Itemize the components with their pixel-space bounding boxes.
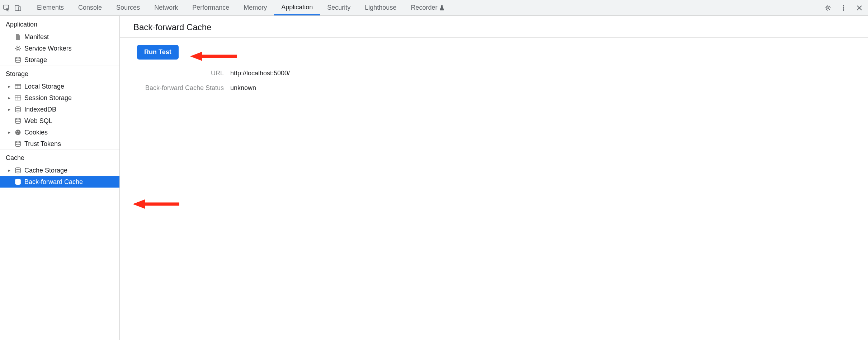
- url-value: http://localhost:5000/: [230, 70, 290, 77]
- settings-gear-icon[interactable]: [824, 4, 832, 12]
- application-sidebar: Application ▸ Manifest ▸ Service Workers…: [0, 16, 120, 340]
- status-label: Back-forward Cache Status: [137, 84, 230, 92]
- expand-arrow-icon[interactable]: ▸: [7, 130, 11, 135]
- tab-memory[interactable]: Memory: [236, 0, 274, 15]
- sidebar-item-session-storage[interactable]: ▸ Session Storage: [0, 92, 119, 104]
- sidebar-item-label: IndexedDB: [24, 106, 56, 113]
- table-icon: [14, 84, 22, 89]
- devtools-topbar: Elements Console Sources Network Perform…: [0, 0, 868, 16]
- sidebar-item-label: Service Workers: [24, 45, 72, 52]
- database-icon: [14, 141, 22, 147]
- sidebar-section-storage: Storage: [0, 66, 119, 81]
- sidebar-item-local-storage[interactable]: ▸ Local Storage: [0, 81, 119, 92]
- sidebar-item-cache-storage[interactable]: ▸ Cache Storage: [0, 165, 119, 176]
- more-menu-icon[interactable]: [839, 4, 848, 12]
- svg-point-18: [15, 141, 20, 143]
- svg-point-19: [15, 168, 20, 170]
- svg-point-5: [843, 7, 844, 9]
- devtools-tabs: Elements Console Sources Network Perform…: [30, 0, 821, 15]
- expand-arrow-icon[interactable]: ▸: [7, 84, 11, 89]
- main-panel: Back-forward Cache Run Test URL http://l…: [120, 16, 868, 340]
- status-value: unknown: [230, 84, 256, 92]
- sidebar-item-label: Local Storage: [24, 83, 64, 90]
- tab-application[interactable]: Application: [274, 0, 320, 15]
- sidebar-item-trust-tokens[interactable]: ▸ Trust Tokens: [0, 138, 119, 150]
- expand-arrow-icon[interactable]: ▸: [7, 107, 11, 112]
- tab-recorder-label: Recorder: [411, 4, 437, 11]
- database-icon: [14, 167, 22, 174]
- inspect-element-icon[interactable]: [2, 4, 11, 12]
- tab-sources[interactable]: Sources: [109, 0, 147, 15]
- tab-recorder[interactable]: Recorder: [404, 0, 452, 15]
- sidebar-item-storage[interactable]: ▸ Storage: [0, 54, 119, 66]
- svg-point-7: [17, 47, 19, 49]
- cookie-icon: [14, 129, 22, 136]
- sidebar-item-label: Cache Storage: [24, 167, 67, 174]
- sidebar-item-label: Trust Tokens: [24, 140, 61, 148]
- sidebar-section-cache: Cache: [0, 150, 119, 165]
- tab-security[interactable]: Security: [320, 0, 358, 15]
- svg-rect-2: [18, 7, 21, 11]
- sidebar-item-label: Web SQL: [24, 117, 52, 125]
- sidebar-item-label: Session Storage: [24, 94, 72, 102]
- svg-point-15: [18, 131, 19, 132]
- sidebar-item-label: Back-forward Cache: [24, 178, 83, 186]
- database-icon: [14, 118, 22, 124]
- tab-lighthouse[interactable]: Lighthouse: [358, 0, 404, 15]
- sidebar-item-service-workers[interactable]: ▸ Service Workers: [0, 43, 119, 54]
- svg-point-6: [843, 9, 844, 11]
- sidebar-item-label: Manifest: [24, 33, 49, 41]
- sidebar-item-label: Cookies: [24, 129, 48, 136]
- database-icon: [14, 57, 22, 63]
- svg-point-11: [15, 107, 20, 109]
- sidebar-item-websql[interactable]: ▸ Web SQL: [0, 115, 119, 127]
- sidebar-item-cookies[interactable]: ▸ Cookies: [0, 127, 119, 138]
- svg-point-3: [827, 7, 829, 9]
- svg-point-17: [17, 133, 18, 134]
- flask-icon: [439, 5, 444, 11]
- close-devtools-icon[interactable]: [855, 4, 864, 12]
- svg-point-8: [15, 57, 20, 59]
- sidebar-item-bfcache[interactable]: ▸ Back-forward Cache: [0, 176, 119, 188]
- table-icon: [14, 95, 22, 100]
- tab-performance[interactable]: Performance: [185, 0, 236, 15]
- tab-elements[interactable]: Elements: [30, 0, 71, 15]
- database-icon: [14, 106, 22, 113]
- panel-title: Back-forward Cache: [120, 16, 868, 38]
- gear-icon: [14, 45, 22, 52]
- tab-console[interactable]: Console: [71, 0, 109, 15]
- svg-point-12: [15, 118, 20, 120]
- tab-network[interactable]: Network: [147, 0, 185, 15]
- expand-arrow-icon[interactable]: ▸: [7, 95, 11, 100]
- svg-point-16: [19, 133, 19, 133]
- device-toolbar-icon[interactable]: [14, 4, 22, 12]
- database-icon: [14, 179, 22, 185]
- topbar-divider: [26, 4, 26, 12]
- url-label: URL: [137, 70, 230, 77]
- sidebar-section-application: Application: [0, 16, 119, 31]
- sidebar-item-manifest[interactable]: ▸ Manifest: [0, 31, 119, 43]
- sidebar-item-label: Storage: [24, 56, 47, 64]
- file-icon: [14, 34, 22, 40]
- svg-point-13: [15, 130, 21, 135]
- svg-point-14: [16, 131, 18, 132]
- expand-arrow-icon[interactable]: ▸: [7, 168, 11, 173]
- run-test-button[interactable]: Run Test: [137, 45, 179, 60]
- sidebar-item-indexeddb[interactable]: ▸ IndexedDB: [0, 104, 119, 115]
- svg-point-4: [843, 5, 844, 6]
